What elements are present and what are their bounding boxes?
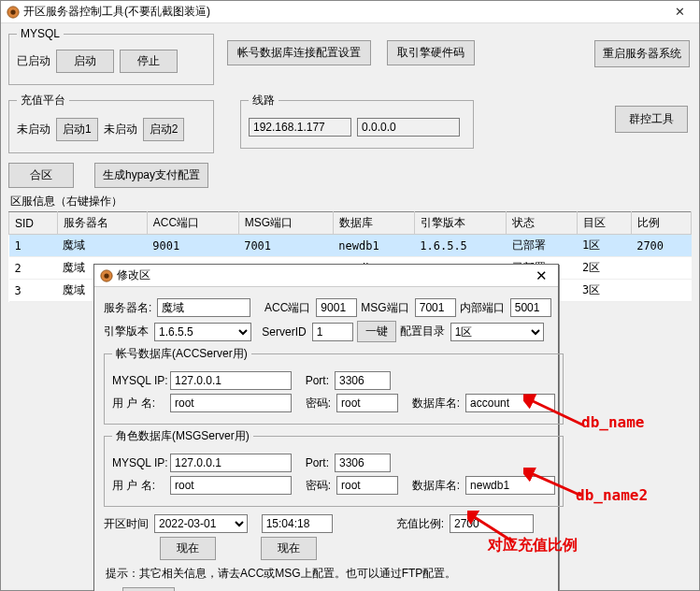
table-row[interactable]: 1魔域90017001newdb11.6.5.5已部署1区2700 bbox=[9, 235, 692, 257]
table-cell: 1 bbox=[9, 235, 58, 257]
msg-port-input[interactable] bbox=[415, 298, 456, 317]
server-id-label: ServerID bbox=[262, 325, 306, 339]
acc-dbport-label: Port: bbox=[306, 374, 329, 387]
line-legend: 线路 bbox=[249, 93, 279, 108]
table-header[interactable]: 数据库 bbox=[333, 212, 414, 235]
msg-db-group: 角色数据库(MSGServer用) MYSQL IP: Port: 用 户 名:… bbox=[104, 428, 564, 507]
acc-port-input[interactable] bbox=[316, 298, 357, 317]
dialog-title: 修改区 bbox=[117, 267, 530, 283]
engine-ver-label: 引擎版本 bbox=[104, 324, 149, 339]
charge-group: 充值平台 未启动 启动1 未启动 启动2 bbox=[8, 93, 214, 153]
table-cell: 2700 bbox=[631, 235, 691, 257]
acc-user-input[interactable] bbox=[170, 394, 292, 412]
acc-port-label: ACC端口 bbox=[264, 300, 310, 316]
mysql-legend: MYSQL bbox=[17, 27, 64, 40]
acc-db-group: 帐号数据库(ACCServer用) MYSQL IP: Port: 用 户 名:… bbox=[104, 346, 564, 425]
msg-ip-label: MYSQL IP: bbox=[112, 456, 164, 469]
table-header[interactable]: 目区 bbox=[577, 212, 631, 235]
msg-dbname-input[interactable] bbox=[465, 476, 555, 495]
mysql-stop-button[interactable]: 停止 bbox=[120, 50, 178, 73]
table-cell: 3 bbox=[9, 280, 58, 302]
get-hwid-button[interactable]: 取引擎硬件码 bbox=[387, 40, 475, 65]
table-header[interactable]: 引擎版本 bbox=[414, 212, 506, 235]
now-button-1[interactable]: 现在 bbox=[160, 537, 216, 560]
table-header[interactable]: 服务器名 bbox=[57, 212, 147, 235]
line-ip2 bbox=[357, 118, 460, 137]
table-header[interactable]: ACC端口 bbox=[147, 212, 238, 235]
titlebar: 开区服务器控制工具(不要乱截图装逼) ✕ bbox=[1, 1, 699, 23]
msg-user-label: 用 户 名: bbox=[112, 478, 164, 494]
window-close-button[interactable]: ✕ bbox=[665, 5, 693, 19]
server-name-input[interactable] bbox=[157, 298, 250, 317]
acc-ip-input[interactable] bbox=[170, 371, 292, 390]
msg-user-input[interactable] bbox=[170, 476, 292, 495]
msg-pwd-label: 密码: bbox=[306, 478, 331, 494]
open-time-input[interactable] bbox=[262, 514, 333, 533]
svg-point-3 bbox=[104, 273, 108, 278]
table-cell: 3区 bbox=[577, 280, 631, 302]
acc-dbport-input[interactable] bbox=[335, 371, 391, 390]
charge-ratio-label: 充值比例: bbox=[396, 516, 444, 532]
group-tool-button[interactable]: 群控工具 bbox=[615, 106, 688, 133]
dialog-close-button[interactable]: ✕ bbox=[530, 267, 552, 284]
table-header[interactable]: 比例 bbox=[631, 212, 691, 235]
restart-server-button[interactable]: 重启服务器系统 bbox=[594, 40, 690, 67]
msg-port-label: MSG端口 bbox=[361, 300, 408, 316]
server-id-input[interactable] bbox=[312, 323, 353, 341]
table-header[interactable]: 状态 bbox=[507, 212, 577, 235]
dialog-hint: 提示：其它相关信息，请去ACC或MSG上配置。也可以通过FTP配置。 bbox=[106, 566, 547, 582]
modify-zone-dialog: 修改区 ✕ 服务器名: ACC端口 MSG端口 内部端口 引擎版本 1.6.5.… bbox=[93, 264, 559, 591]
app-icon bbox=[7, 6, 20, 19]
charge-start1-button[interactable]: 启动1 bbox=[56, 118, 98, 141]
acc-ip-label: MYSQL IP: bbox=[112, 374, 164, 387]
now-button-2[interactable]: 现在 bbox=[261, 537, 317, 560]
merge-zone-button[interactable]: 合区 bbox=[8, 163, 74, 188]
line-group: 线路 bbox=[240, 93, 474, 149]
open-date-select[interactable]: 2022-03-01 bbox=[154, 514, 248, 533]
charge-status2: 未启动 bbox=[104, 122, 137, 137]
table-cell: 魔域 bbox=[57, 235, 147, 257]
table-cell: 7001 bbox=[238, 235, 333, 257]
server-name-label: 服务器名: bbox=[104, 300, 151, 316]
mysql-status: 已启动 bbox=[17, 53, 50, 69]
charge-ratio-input[interactable] bbox=[450, 514, 534, 533]
table-cell: 已部署 bbox=[507, 235, 577, 257]
table-cell bbox=[631, 280, 691, 302]
table-cell bbox=[631, 257, 691, 280]
table-cell: 2 bbox=[9, 257, 58, 280]
acc-dbname-label: 数据库名: bbox=[412, 396, 460, 411]
internal-port-label: 内部端口 bbox=[460, 300, 505, 316]
msg-pwd-input[interactable] bbox=[336, 476, 398, 495]
table-cell: 1区 bbox=[577, 235, 631, 257]
one-key-button[interactable]: 一键 bbox=[357, 321, 396, 342]
gen-hypay-button[interactable]: 生成hypay支付配置 bbox=[94, 163, 208, 188]
msg-db-legend: 角色数据库(MSGServer用) bbox=[112, 428, 253, 444]
table-header[interactable]: MSG端口 bbox=[238, 212, 333, 235]
config-dir-label: 配置目录 bbox=[400, 324, 445, 339]
acc-pwd-label: 密码: bbox=[306, 396, 331, 411]
msg-dbport-input[interactable] bbox=[335, 454, 391, 472]
line-ip1 bbox=[249, 118, 351, 137]
mysql-group: MYSQL 已启动 启动 停止 bbox=[8, 27, 214, 85]
window-title: 开区服务器控制工具(不要乱截图装逼) bbox=[23, 4, 665, 20]
msg-ip-input[interactable] bbox=[170, 454, 292, 472]
table-cell: 9001 bbox=[147, 235, 238, 257]
engine-ver-select[interactable]: 1.6.5.5 bbox=[154, 323, 251, 341]
acc-dbname-input[interactable] bbox=[465, 394, 555, 412]
charge-status1: 未启动 bbox=[17, 122, 50, 137]
charge-start2-button[interactable]: 启动2 bbox=[143, 118, 185, 141]
internal-port-input[interactable] bbox=[510, 298, 551, 317]
table-header[interactable]: SID bbox=[9, 212, 58, 235]
dialog-icon bbox=[100, 269, 113, 282]
charge-legend: 充值平台 bbox=[17, 93, 69, 108]
config-dir-select[interactable]: 1区 bbox=[450, 323, 544, 341]
acc-db-config-button[interactable]: 帐号数据库连接配置设置 bbox=[227, 40, 371, 65]
acc-user-label: 用 户 名: bbox=[112, 396, 164, 411]
table-cell: 2区 bbox=[577, 257, 631, 280]
mysql-start-button[interactable]: 启动 bbox=[56, 50, 114, 73]
modify-button[interactable]: 修改 bbox=[122, 587, 175, 591]
acc-db-legend: 帐号数据库(ACCServer用) bbox=[112, 346, 251, 362]
acc-pwd-input[interactable] bbox=[336, 394, 398, 412]
open-time-label: 开区时间 bbox=[104, 516, 149, 532]
table-cell: 1.6.5.5 bbox=[414, 235, 506, 257]
